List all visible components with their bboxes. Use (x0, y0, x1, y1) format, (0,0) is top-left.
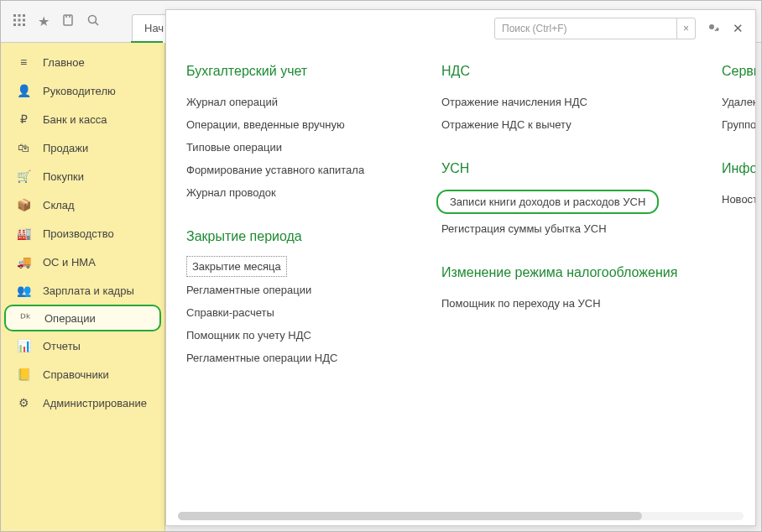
link-vat-accrual[interactable]: Отражение начисления НДС (441, 91, 685, 113)
sidebar-item-purchases[interactable]: 🛒 Покупки (1, 162, 164, 190)
link-usn-transition-assistant[interactable]: Помощник по переходу на УСН (441, 292, 685, 315)
gear-icon: ⚙ (16, 395, 31, 410)
svg-rect-6 (13, 23, 16, 26)
people-icon: 👥 (16, 283, 31, 298)
sidebar-item-reports[interactable]: 📊 Отчеты (1, 331, 164, 360)
link-vat-assistant[interactable]: Помощник по учету НДС (186, 324, 404, 347)
svg-rect-8 (23, 23, 25, 26)
svg-rect-1 (18, 14, 21, 17)
section-information[interactable]: Информация (722, 161, 755, 176)
sidebar-item-warehouse[interactable]: 📦 Склад (1, 190, 164, 219)
sidebar-item-label: Главное (43, 56, 85, 69)
sidebar-item-manager[interactable]: 👤 Руководителю (1, 76, 164, 105)
link-month-closing[interactable]: Закрытие месяца (186, 256, 287, 277)
sidebar-item-label: Операции (44, 312, 96, 325)
truck-icon: 🚚 (16, 254, 31, 269)
menu-icon: ≡ (16, 55, 31, 70)
svg-rect-5 (23, 18, 25, 21)
sidebar-item-label: Продажи (43, 142, 88, 154)
sidebar-item-label: Банк и касса (43, 113, 107, 126)
sidebar-item-label: Покупки (43, 170, 84, 183)
search-input[interactable] (495, 23, 676, 34)
scrollbar-thumb[interactable] (178, 512, 642, 520)
sidebar-item-bank[interactable]: ₽ Банк и касса (1, 105, 164, 133)
svg-rect-2 (23, 14, 25, 17)
sidebar-item-admin[interactable]: ⚙ Администрирование (1, 389, 164, 417)
star-icon[interactable]: ★ (38, 13, 50, 29)
sidebar-item-directories[interactable]: 📒 Справочники (1, 360, 164, 389)
section-tax-regime[interactable]: Изменение режима налогообложения (441, 265, 685, 280)
sidebar-item-operations[interactable]: ᴰᵏ Операции (4, 305, 161, 331)
sidebar-item-label: Отчеты (43, 340, 81, 352)
link-usn-book-entries[interactable]: Записи книги доходов и расходов УСН (436, 190, 659, 214)
svg-rect-7 (18, 23, 21, 26)
link-group-op[interactable]: Групповое пе (722, 113, 755, 136)
person-icon: 👤 (16, 83, 31, 98)
sidebar-item-hr[interactable]: 👥 Зарплата и кадры (1, 276, 164, 305)
chart-icon: 📊 (16, 338, 31, 353)
link-journal-operations[interactable]: Журнал операций (186, 91, 404, 113)
close-icon[interactable]: ✕ (733, 21, 744, 36)
apps-icon[interactable] (13, 13, 26, 30)
svg-rect-9 (64, 15, 72, 25)
bag-icon: 🛍 (16, 140, 31, 155)
section-period-closing[interactable]: Закрытие периода (186, 229, 404, 244)
sidebar-item-label: Администрирование (43, 397, 147, 409)
horizontal-scrollbar[interactable] (178, 512, 744, 520)
book-icon: 📒 (16, 367, 31, 382)
search-icon[interactable] (86, 13, 100, 30)
sidebar-item-label: Производство (43, 227, 114, 240)
link-postings-journal[interactable]: Журнал проводок (186, 181, 404, 204)
section-vat[interactable]: НДС (441, 64, 685, 79)
svg-rect-0 (13, 14, 16, 17)
history-icon[interactable] (61, 13, 75, 30)
link-deletion[interactable]: Удаление по (722, 91, 755, 113)
sidebar-item-sales[interactable]: 🛍 Продажи (1, 133, 164, 162)
link-scheduled-operations[interactable]: Регламентные операции (186, 279, 404, 301)
link-manual-operations[interactable]: Операции, введенные вручную (186, 113, 404, 136)
sidebar-item-label: Справочники (43, 368, 109, 381)
operations-icon: ᴰᵏ (18, 310, 33, 326)
link-news[interactable]: Новости (722, 188, 755, 211)
search-field[interactable]: × (494, 18, 696, 39)
search-clear-button[interactable]: × (676, 18, 695, 39)
factory-icon: 🏭 (16, 226, 31, 241)
sidebar-item-main[interactable]: ≡ Главное (1, 48, 164, 76)
sidebar-item-label: ОС и НМА (43, 256, 96, 269)
sidebar-item-production[interactable]: 🏭 Производство (1, 219, 164, 248)
section-service[interactable]: Сервис (722, 64, 755, 79)
link-typical-operations[interactable]: Типовые операции (186, 136, 404, 159)
sidebar-item-assets[interactable]: 🚚 ОС и НМА (1, 248, 164, 276)
settings-icon[interactable] (704, 19, 719, 39)
tab-label: Нач (144, 22, 164, 34)
link-capital-formation[interactable]: Формирование уставного капитала (186, 159, 404, 181)
sidebar-item-label: Руководителю (43, 85, 116, 97)
section-usn[interactable]: УСН (441, 161, 685, 176)
sidebar: ≡ Главное 👤 Руководителю ₽ Банк и касса … (1, 43, 165, 531)
link-reference-calcs[interactable]: Справки-расчеты (186, 301, 404, 324)
svg-line-11 (96, 22, 99, 25)
link-vat-deduction[interactable]: Отражение НДС к вычету (441, 113, 685, 136)
operations-panel: × ✕ Бухгалтерский учет Журнал операций О… (165, 9, 756, 526)
section-accounting[interactable]: Бухгалтерский учет (186, 64, 404, 79)
sidebar-item-label: Зарплата и кадры (43, 284, 134, 297)
ruble-icon: ₽ (16, 112, 31, 127)
svg-rect-3 (13, 18, 16, 21)
box-icon: 📦 (16, 197, 31, 212)
link-scheduled-vat-ops[interactable]: Регламентные операции НДС (186, 347, 404, 369)
sidebar-item-label: Склад (43, 199, 75, 211)
link-usn-loss-registration[interactable]: Регистрация суммы убытка УСН (441, 217, 685, 240)
cart-icon: 🛒 (16, 169, 31, 184)
svg-point-10 (89, 15, 97, 23)
svg-rect-4 (18, 18, 21, 21)
